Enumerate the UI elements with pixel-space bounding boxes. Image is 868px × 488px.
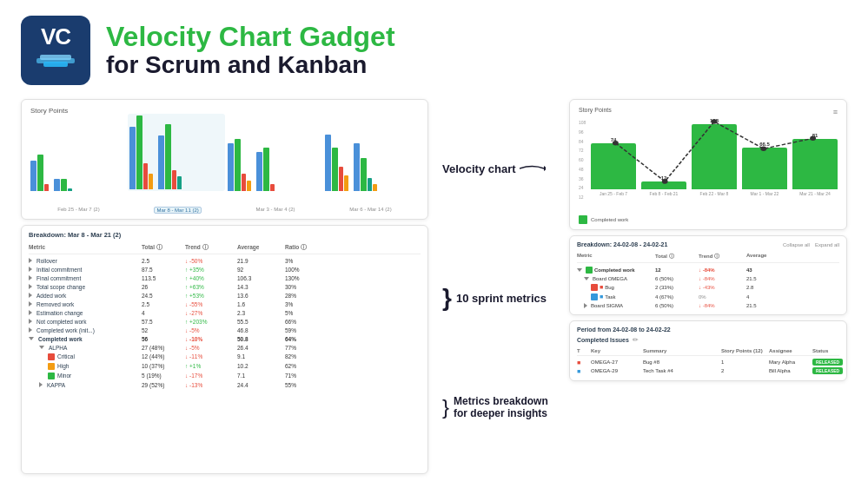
sprint-3-group bbox=[228, 139, 322, 191]
left-panel: Story Points bbox=[21, 99, 428, 474]
breakdown-row: Board SIGMA 6 (50%) ↓ -84% 21.5 bbox=[577, 301, 839, 309]
vc-bar-group-1: 74 bbox=[591, 118, 636, 189]
breakdown-header: Breakdown: 24-02-08 - 24-02-21 Collapse … bbox=[577, 241, 839, 247]
metrics-col-headers: Metric Total ⓘ Trend ⓘ Average Ratio ⓘ bbox=[29, 242, 421, 254]
breakdown-row: ■ Bug 2 (33%) ↓ -43% 2.8 bbox=[577, 282, 839, 292]
issues-col-headers: T Key Summary Story Points (12) Assignee… bbox=[577, 346, 839, 356]
breakdown-title: Breakdown: 24-02-08 - 24-02-21 bbox=[577, 241, 667, 247]
right-chart-label: Story Points bbox=[579, 107, 612, 113]
bar-chart bbox=[30, 118, 419, 205]
svg-rect-1 bbox=[40, 55, 71, 60]
vc-bars-container: 74 12 108 6 bbox=[591, 118, 838, 189]
vc-bar-3 bbox=[692, 124, 737, 189]
x-label-4: Mar 6 - Mar 14 (2) bbox=[349, 207, 391, 214]
x-label-1: Feb 25 - Mar 7 (2) bbox=[57, 207, 99, 214]
annotation-text-velocity: Velocity chart bbox=[442, 162, 516, 175]
vc-x-label-2: Feb 8 - Feb 21 bbox=[641, 191, 686, 196]
velocity-chart-area: 108 96 84 72 60 48 36 24 12 bbox=[579, 118, 838, 214]
table-row: Not completed work 57.5 ↑ +203% 55.5 66% bbox=[29, 317, 421, 326]
vc-bar-group-2: 12 bbox=[641, 118, 686, 189]
brace-icon: } bbox=[442, 284, 452, 312]
chevron-right-icon bbox=[29, 319, 32, 324]
vc-bar-group-4: 66.5 bbox=[742, 118, 787, 189]
chevron-down-icon bbox=[577, 268, 582, 272]
svg-rect-2 bbox=[43, 62, 68, 67]
logo-box: VC bbox=[21, 16, 90, 85]
right-period: Period from 24-02-08 to 24-02-22 Complet… bbox=[569, 320, 847, 381]
expand-all-btn[interactable]: Expand all bbox=[815, 242, 839, 247]
vc-bar-2 bbox=[641, 181, 686, 189]
table-row: ■ OMEGA-29 Tech Task #4 2 Bill Alpha REL… bbox=[577, 366, 839, 375]
chevron-right-icon bbox=[39, 382, 43, 387]
vc-bar-4 bbox=[742, 148, 787, 189]
brace-icon-2: } bbox=[442, 395, 449, 419]
right-panel: Story Points ≡ 108 96 84 72 60 48 36 24 … bbox=[569, 99, 847, 474]
chevron-right-icon bbox=[29, 284, 32, 289]
table-row: Critical 12 (44%) ↓ -11% 9.1 82% bbox=[29, 352, 421, 361]
table-row: Added work 24.5 ↑ +53% 13.6 28% bbox=[29, 291, 421, 300]
breakdown-row: Completed work 12 ↓ -84% 43 bbox=[577, 265, 839, 274]
legend-label: Completed work bbox=[591, 217, 628, 222]
metrics-table: Breakdown: Mar 8 - Mar 21 (2) Metric Tot… bbox=[21, 225, 428, 474]
collapse-all-btn[interactable]: Collapse all bbox=[783, 242, 810, 247]
logo-icon bbox=[35, 51, 76, 76]
chevron-right-icon bbox=[29, 275, 32, 280]
vc-bar-1 bbox=[591, 143, 636, 189]
table-row: Final commitment 113.5 ↑ +40% 106.3 130% bbox=[29, 274, 421, 282]
table-row: Completed work (init...) 52 ↓ -5% 46.8 5… bbox=[29, 326, 421, 334]
table-row: Estimation change 4 ↓ -27% 2.3 5% bbox=[29, 308, 421, 317]
chart-label: Story Points bbox=[30, 107, 419, 115]
table-row: High 10 (37%) ↑ +1% 10.2 62% bbox=[29, 361, 421, 371]
sprint-4-group bbox=[325, 135, 420, 191]
table-row: ■ OMEGA-27 Bug #8 1 Mary Alpha RELEASED bbox=[577, 358, 839, 366]
completed-issues-header: Completed Issues ✏ bbox=[577, 336, 839, 344]
sprint-2-group bbox=[128, 114, 226, 191]
sprint-metrics-annotation: } 10 sprint metrics bbox=[442, 284, 555, 312]
sprint-1-group bbox=[30, 155, 125, 191]
main-container: VC Velocity Chart Gadget for Scrum and K… bbox=[0, 0, 868, 488]
vc-x-label-4: Mar 1 - Mar 22 bbox=[742, 191, 787, 196]
task-type-icon: ■ bbox=[577, 368, 591, 374]
chevron-right-icon bbox=[584, 303, 587, 308]
chevron-down-icon bbox=[584, 277, 589, 280]
velocity-chart-annotation: Velocity chart bbox=[442, 162, 555, 175]
annotation-text-metrics: 10 sprint metrics bbox=[456, 292, 547, 305]
chevron-right-icon bbox=[29, 258, 32, 263]
completed-issues-label: Completed Issues bbox=[577, 337, 629, 343]
chart-menu-icon[interactable]: ≡ bbox=[833, 108, 838, 116]
chart-x-labels: Feb 25 - Mar 7 (2) Mar 8 - Mar 11 (2) Ma… bbox=[30, 207, 419, 214]
logo-letters: VC bbox=[41, 25, 70, 48]
table-row: KAPPA 29 (52%) ↓ -13% 24.4 55% bbox=[29, 380, 421, 389]
table-row: Minor 5 (19%) ↓ -17% 7.1 71% bbox=[29, 371, 421, 380]
right-breakdown: Breakdown: 24-02-08 - 24-02-21 Collapse … bbox=[569, 235, 847, 315]
vc-x-label-1: Jan 25 - Feb 7 bbox=[591, 191, 636, 196]
arrow-right-icon bbox=[520, 162, 546, 175]
annotation-text-breakdown: Metrics breakdown for deeper insights bbox=[454, 395, 548, 419]
status-badge: RELEASED bbox=[812, 359, 843, 366]
title-sub: for Scrum and Kanban bbox=[106, 52, 395, 79]
vc-bar-5 bbox=[792, 139, 838, 189]
content-area: Story Points bbox=[21, 99, 847, 474]
chevron-right-icon bbox=[29, 267, 32, 272]
annotations-panel: Velocity chart } 10 sprint metrics } bbox=[442, 99, 555, 474]
table-row: Removed work 2.5 ↓ -55% 1.6 3% bbox=[29, 300, 421, 308]
svg-marker-3 bbox=[544, 166, 546, 171]
header: VC Velocity Chart Gadget for Scrum and K… bbox=[21, 16, 847, 85]
edit-icon[interactable]: ✏ bbox=[633, 336, 639, 344]
table-row: ALPHA 27 (48%) ↓ -5% 26.4 77% bbox=[29, 343, 421, 352]
chevron-right-icon bbox=[29, 301, 32, 307]
chart-legend: Completed work bbox=[579, 215, 838, 224]
table-row: Initial commitment 87.5 ↑ +35% 92 100% bbox=[29, 265, 421, 274]
status-badge: RELEASED bbox=[812, 367, 843, 374]
task-icon: ■ bbox=[600, 293, 603, 300]
chevron-down-icon bbox=[39, 346, 44, 349]
table-row: Rollover 2.5 ↓ -50% 21.9 3% bbox=[29, 256, 421, 265]
left-chart-panel: Story Points bbox=[21, 99, 428, 220]
title-main: Velocity Chart Gadget bbox=[106, 22, 395, 52]
vc-x-label-3: Feb 22 - Mar 8 bbox=[692, 191, 737, 196]
metrics-title: Breakdown: Mar 8 - Mar 21 (2) bbox=[29, 231, 421, 239]
bug-icon: ■ bbox=[600, 284, 603, 290]
vc-bar-group-3: 108 bbox=[692, 118, 737, 189]
breakdown-actions: Collapse all Expand all bbox=[783, 242, 839, 247]
breakdown-row: Board OMEGA 6 (50%) ↓ -84% 21.5 bbox=[577, 274, 839, 282]
